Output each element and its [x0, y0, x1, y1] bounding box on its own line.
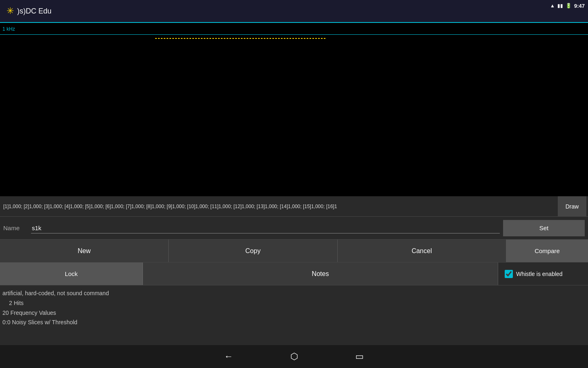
signal-icon: ▮▮: [557, 3, 563, 9]
info-line-1: artificial, hard-coded, not sound comman…: [2, 289, 586, 298]
home-button[interactable]: ⬡: [290, 351, 298, 362]
whistle-label: Whistle is enabled: [516, 271, 563, 277]
name-input[interactable]: [31, 223, 500, 233]
status-bar: ▲ ▮▮ 🔋 9:47: [539, 0, 588, 11]
info-line-4: 0:0 Noisy Slices w/ Threshold: [2, 318, 586, 328]
set-button[interactable]: Set: [503, 220, 585, 236]
name-row: Name Set: [0, 217, 588, 240]
whistle-area: Whistle is enabled: [498, 263, 588, 285]
name-label: Name: [3, 224, 28, 231]
info-line-3: 20 Frequency Values: [2, 308, 586, 318]
lock-button[interactable]: Lock: [0, 263, 143, 285]
new-button[interactable]: New: [0, 240, 169, 262]
buttons-row: New Copy Cancel Compare: [0, 240, 588, 263]
control-panel: [1]1,000; [2]1,000; [3]1,000; [4]1,000; …: [0, 196, 588, 345]
back-button[interactable]: ←: [224, 351, 233, 362]
recents-button[interactable]: ▭: [355, 351, 364, 362]
freq-label: 1 kHz: [2, 26, 15, 32]
freq-sequence-text: [1]1,000; [2]1,000; [3]1,000; [4]1,000; …: [2, 204, 558, 209]
battery-icon: 🔋: [566, 3, 572, 9]
notes-button[interactable]: Notes: [143, 263, 498, 285]
info-line-2: 2 Hits: [2, 298, 586, 308]
compare-button[interactable]: Compare: [506, 240, 588, 262]
cancel-button[interactable]: Cancel: [338, 240, 506, 262]
copy-button[interactable]: Copy: [169, 240, 337, 262]
info-area: artificial, hard-coded, not sound comman…: [0, 285, 588, 331]
freq-sequence-row: [1]1,000; [2]1,000; [3]1,000; [4]1,000; …: [0, 196, 588, 217]
wifi-icon: ▲: [550, 3, 555, 9]
signal-line: [155, 34, 327, 35]
app-title: )s)DC Edu: [17, 7, 51, 16]
app-icon: ✳: [7, 6, 14, 16]
app-header: ✳ )s)DC Edu: [0, 0, 588, 23]
nav-bar: ← ⬡ ▭: [0, 345, 588, 368]
draw-button[interactable]: Draw: [558, 196, 586, 216]
time-display: 9:47: [574, 3, 585, 9]
lock-notes-row: Lock Notes Whistle is enabled: [0, 263, 588, 285]
whistle-checkbox[interactable]: [505, 270, 513, 278]
viz-area: 1 kHz: [0, 23, 588, 186]
